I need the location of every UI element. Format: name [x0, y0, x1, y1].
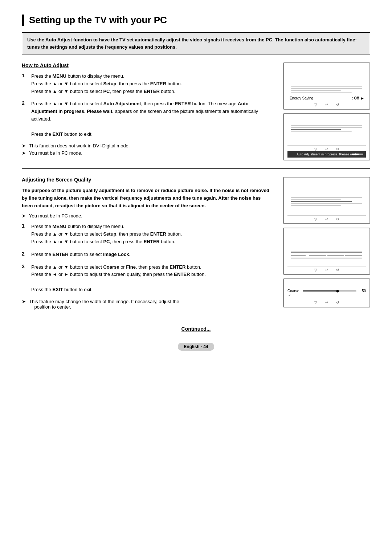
section2-right: ▽ ↵ ↺: [283, 177, 370, 311]
arrow-icon3: ➤: [22, 213, 27, 219]
menu-line-sel: [291, 201, 352, 202]
section-divider: [22, 168, 370, 169]
step1-num: 1: [22, 73, 28, 95]
section2-title: Adjusting the Screen Quality: [22, 177, 272, 183]
intro-text: Use the Auto Adjust function to have the…: [27, 37, 357, 50]
tv-icons1: ▽ ↵ ↺: [287, 101, 366, 107]
energy-saving-label: Energy Saving: [290, 96, 313, 100]
section2-left: Adjusting the Screen Quality The purpose…: [22, 177, 272, 311]
tv-icons5: ▽ ↵ ↺: [287, 299, 366, 305]
s2-step2: 2 Press the ENTER button to select Image…: [22, 251, 272, 258]
arrow-icon1: ➤: [22, 143, 27, 148]
step2-content: Press the ▲ or ▼ button to select Auto A…: [31, 100, 272, 138]
icon-return2: ↺: [336, 147, 339, 151]
menu-line-selected: [291, 129, 341, 130]
small-line: [291, 257, 362, 257]
s2-step2-content: Press the ENTER button to select Image L…: [31, 251, 272, 258]
coarse-slider: [303, 290, 356, 292]
bullet1: ➤ This function does not work in DVI-Dig…: [22, 143, 272, 148]
icon-return3: ↺: [336, 217, 339, 221]
energy-saving-row: Energy Saving : Off ▶: [287, 95, 366, 101]
icon-return: ↺: [336, 103, 339, 107]
footer-badge: English - 44: [178, 343, 214, 351]
menu-line: [291, 197, 362, 198]
prebullet-text: You must be in PC mode.: [29, 213, 82, 219]
menu-line: [291, 203, 362, 204]
section1-right: Energy Saving : Off ▶ ▽ ↵ ↺: [283, 62, 370, 160]
icon-enter5: ↵: [325, 301, 328, 305]
continued-label: Continued...: [22, 326, 370, 332]
icon-return5: ↺: [336, 301, 339, 305]
s2-bullet1-text: This feature may change the width of the…: [29, 299, 179, 310]
menu-line: [291, 125, 362, 126]
bullet1-text: This function does not work in DVI-Digit…: [29, 143, 130, 148]
tv-screen4: ▽ ↵ ↺: [283, 228, 370, 275]
s2-bullet1: ➤ This feature may change the width of t…: [22, 299, 272, 310]
step1: 1 Press the MENU button to display the m…: [22, 73, 272, 95]
tv-screen2: ▽ ↵ ↺ Auto Adjustment in progress. Pleas…: [283, 113, 370, 160]
icon-down5: ▽: [314, 301, 317, 305]
coarse-slider-thumb: [336, 290, 339, 292]
menu-lines1: [287, 83, 366, 95]
menu-lines3: [287, 194, 366, 209]
tv-screen1: Energy Saving : Off ▶ ▽ ↵ ↺: [283, 62, 370, 110]
energy-saving-value: : Off ▶: [352, 96, 364, 100]
footer: English - 44: [22, 343, 370, 351]
menu-line: [291, 131, 352, 132]
page-title: Setting up the TV with your PC: [29, 15, 370, 26]
auto-adjust-msg: Auto Adjustment in progress. Please wait…: [287, 151, 366, 158]
section1-left: How to Auto Adjust 1 Press the MENU butt…: [22, 62, 272, 160]
progress-bar-fill: [352, 154, 359, 155]
step1-content: Press the MENU button to display the men…: [31, 73, 272, 95]
s2-step1-content: Press the MENU button to display the men…: [31, 223, 272, 245]
coarse-slider-fill: [303, 290, 338, 292]
tv-icons2: ▽ ↵ ↺: [287, 145, 366, 151]
small-line: [291, 258, 362, 259]
arrow-icon4: ➤: [22, 299, 27, 304]
menu-lines2: [287, 122, 366, 135]
step2: 2 Press the ▲ or ▼ button to select Auto…: [22, 100, 272, 138]
coarse-label: Coarse: [287, 289, 301, 293]
coarse-screen-label: [287, 282, 366, 286]
small-line-sel: [291, 252, 362, 253]
coarse-value: 50: [359, 289, 366, 293]
tv-screen3: ▽ ↵ ↺: [283, 177, 370, 224]
menu-line: [291, 90, 341, 91]
section2-prebullet: ➤ You must be in PC mode.: [22, 213, 272, 219]
menu-line: [291, 127, 362, 128]
icon-down3: ▽: [314, 217, 317, 221]
icon-enter4: ↵: [325, 268, 328, 272]
icon-enter2: ↵: [325, 147, 328, 151]
icon-enter3: ↵: [325, 217, 328, 221]
progress-bar: [352, 154, 363, 155]
tv-icons4: ▽ ↵ ↺: [287, 266, 366, 272]
small-lines: [287, 249, 366, 261]
intro-box: Use the Auto Adjust function to have the…: [22, 32, 370, 54]
section1-title: How to Auto Adjust: [22, 62, 272, 68]
section1: How to Auto Adjust 1 Press the MENU butt…: [22, 62, 370, 160]
s2-step3-content: Press the ▲ or ▼ button to select Coarse…: [31, 264, 272, 294]
step2-num: 2: [22, 100, 28, 138]
section2-intro-bold: The purpose of the picture quality adjus…: [22, 187, 272, 209]
menu-line: [291, 205, 341, 206]
tv-icons3: ▽ ↵ ↺: [287, 215, 366, 221]
coarse-check: ✓: [287, 294, 366, 297]
icon-down2: ▽: [314, 147, 317, 151]
s2-step1-num: 1: [22, 223, 28, 245]
menu-line: [291, 92, 352, 93]
icon-enter: ↵: [325, 103, 328, 107]
bullet2: ➤ You must be in PC mode.: [22, 150, 272, 156]
menu-line: [291, 86, 362, 87]
coarse-row: Coarse 50: [287, 289, 366, 293]
s2-step3: 3 Press the ▲ or ▼ button to select Coar…: [22, 264, 272, 294]
s2-step2-num: 2: [22, 251, 28, 258]
menu-line: [291, 199, 341, 200]
section2: Adjusting the Screen Quality The purpose…: [22, 177, 370, 311]
s2-step1: 1 Press the MENU button to display the m…: [22, 223, 272, 245]
s2-step3-num: 3: [22, 264, 28, 294]
title-bar: Setting up the TV with your PC: [22, 15, 370, 26]
bullet2-text: You must be in PC mode.: [29, 150, 82, 156]
icon-down4: ▽: [314, 268, 317, 272]
page-container: Setting up the TV with your PC Use the A…: [22, 15, 370, 351]
arrow-icon2: ➤: [22, 150, 27, 156]
